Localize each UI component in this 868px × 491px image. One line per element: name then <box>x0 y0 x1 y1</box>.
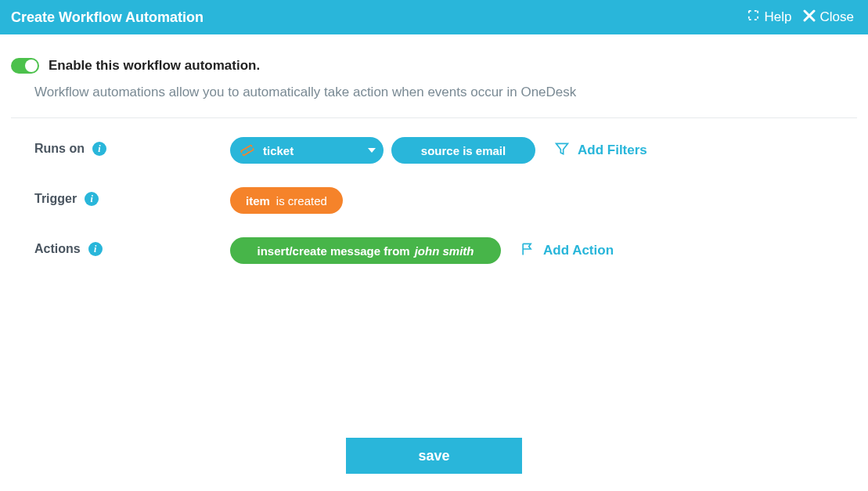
chevron-down-icon <box>368 148 376 153</box>
source-filter-pill[interactable]: source is email <box>391 137 535 164</box>
help-button[interactable]: Help <box>744 7 795 27</box>
runs-on-label: Runs on <box>34 142 85 156</box>
trigger-section: Trigger i item is created <box>11 187 857 214</box>
close-icon <box>803 9 816 26</box>
trigger-body: item is created <box>230 187 343 214</box>
dialog-content: Enable this workflow automation. Workflo… <box>0 34 868 264</box>
actions-label-wrap: Actions i <box>34 237 230 256</box>
dialog-header: Create Workflow Automation Help Close <box>0 0 868 34</box>
runs-on-label-wrap: Runs on i <box>34 137 230 156</box>
action-pill[interactable]: insert/create message from john smith <box>230 237 501 264</box>
add-action-label: Add Action <box>543 243 614 258</box>
filter-icon <box>554 141 570 161</box>
add-filters-button[interactable]: Add Filters <box>554 141 647 161</box>
add-filters-label: Add Filters <box>578 143 647 158</box>
trigger-condition: is created <box>276 194 327 208</box>
enable-row: Enable this workflow automation. <box>11 58 857 74</box>
close-button[interactable]: Close <box>800 8 857 27</box>
trigger-item: item <box>246 194 270 208</box>
enable-label: Enable this workflow automation. <box>49 58 260 74</box>
runs-on-body: ticket source is email Add Filters <box>230 137 647 164</box>
add-action-button[interactable]: Add Action <box>520 241 614 261</box>
action-text: insert/create message from <box>258 244 410 258</box>
flag-icon <box>520 241 535 261</box>
help-label: Help <box>765 9 792 25</box>
info-icon[interactable]: i <box>92 142 106 156</box>
divider <box>11 117 857 118</box>
save-button[interactable]: save <box>346 438 522 474</box>
info-icon[interactable]: i <box>88 242 103 256</box>
description-text: Workflow automations allow you to automa… <box>34 85 857 100</box>
header-actions: Help Close <box>744 7 857 27</box>
dialog-footer: save <box>0 438 868 474</box>
help-icon <box>747 9 760 26</box>
action-user: john smith <box>415 244 474 258</box>
close-label: Close <box>820 9 854 25</box>
dialog-title: Create Workflow Automation <box>11 9 744 26</box>
runs-on-section: Runs on i ticket <box>11 137 857 164</box>
source-filter-label: source is email <box>421 144 506 157</box>
enable-toggle[interactable] <box>11 58 39 74</box>
svg-line-3 <box>246 148 248 153</box>
ticket-dropdown[interactable]: ticket <box>230 137 384 164</box>
trigger-label: Trigger <box>34 192 77 206</box>
actions-label: Actions <box>34 242 81 256</box>
actions-section: Actions i insert/create message from joh… <box>11 237 857 264</box>
ticket-dropdown-label: ticket <box>263 144 360 157</box>
trigger-pill[interactable]: item is created <box>230 187 343 214</box>
toggle-knob <box>25 60 38 72</box>
trigger-label-wrap: Trigger i <box>34 187 230 206</box>
actions-body: insert/create message from john smith Ad… <box>230 237 614 264</box>
info-icon[interactable]: i <box>85 192 99 206</box>
ticket-icon <box>240 143 255 158</box>
